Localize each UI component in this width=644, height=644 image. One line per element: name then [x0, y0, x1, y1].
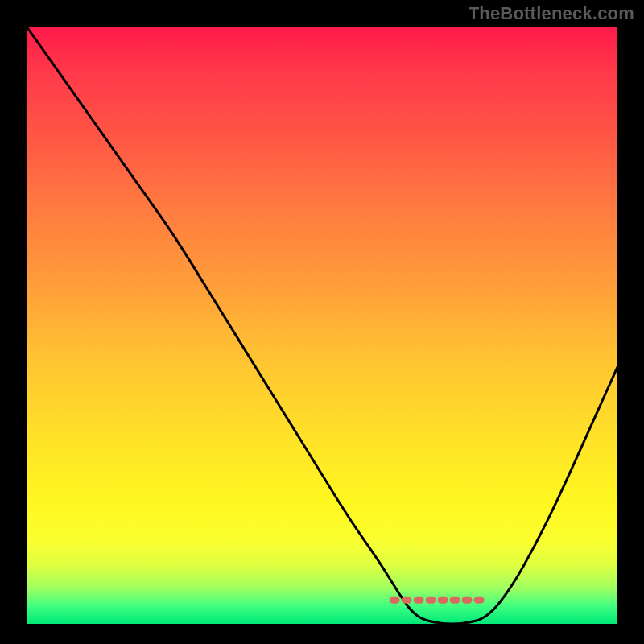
bottleneck-curve-path	[27, 27, 617, 624]
chart-plot-area	[27, 27, 617, 624]
bottleneck-curve-svg	[27, 27, 617, 624]
watermark-text: TheBottleneck.com	[469, 3, 634, 24]
